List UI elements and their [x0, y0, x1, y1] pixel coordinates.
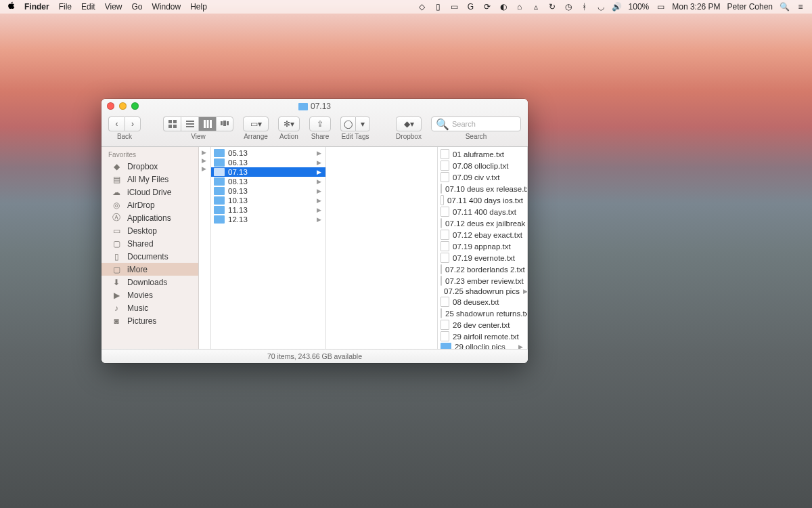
view-icons-button[interactable] — [163, 117, 181, 131]
view-list-button[interactable] — [181, 117, 198, 131]
folder-row[interactable]: 06.13▶ — [211, 158, 325, 167]
sidebar-item-all-my-files[interactable]: ▤All My Files — [102, 173, 198, 186]
edit-tags-dropdown[interactable]: ▾ — [355, 117, 370, 131]
column1-arrow[interactable]: ▶ — [199, 156, 210, 165]
file-row[interactable]: 07.11 400 days.txt — [438, 206, 527, 217]
file-row[interactable]: 07.22 borderlands 2.txt — [438, 263, 527, 275]
folder-icon — [214, 177, 225, 186]
menu-app-name[interactable]: Finder — [24, 2, 49, 12]
file-icon — [441, 161, 449, 171]
column1-arrow[interactable]: ▶ — [199, 148, 210, 156]
volume-icon[interactable]: 🔊 — [612, 2, 622, 12]
file-row[interactable]: 07.11 400 days ios.txt — [438, 194, 527, 206]
menu-edit[interactable]: Edit — [81, 2, 95, 12]
sidebar-item-icloud-drive[interactable]: ☁iCloud Drive — [102, 186, 198, 198]
file-row[interactable]: 26 dev center.txt — [438, 319, 527, 331]
spotlight-icon[interactable]: 🔍 — [780, 2, 789, 12]
menu-file[interactable]: File — [59, 2, 72, 12]
folder-row[interactable]: 09.13▶ — [211, 186, 325, 196]
search-input[interactable] — [452, 120, 516, 128]
calendar-menulet-icon[interactable]: ▯ — [434, 2, 443, 12]
minimize-button[interactable] — [119, 102, 127, 110]
sidebar-item-music[interactable]: ♪Music — [102, 301, 198, 314]
file-row[interactable]: 29 airfoil remote.txt — [438, 331, 527, 342]
edit-tags-button[interactable]: ◯ — [340, 117, 355, 131]
file-row[interactable]: 08 deusex.txt — [438, 296, 527, 308]
view-switcher[interactable] — [163, 117, 233, 131]
zoom-button[interactable] — [131, 102, 139, 110]
file-row[interactable]: 07.10 deus ex release.txt — [438, 183, 527, 194]
folder-row[interactable]: 10.13▶ — [211, 196, 325, 205]
search-field[interactable]: 🔍 — [431, 117, 521, 131]
file-row[interactable]: 25 shadowrun returns.txt — [438, 308, 527, 319]
view-coverflow-button[interactable] — [216, 117, 233, 131]
folder-icon — [214, 149, 225, 157]
folder-row[interactable]: 12.13▶ — [211, 215, 325, 224]
item-name: 25 shadowrun returns.txt — [445, 310, 528, 318]
chevron-right-icon: ▶ — [202, 165, 206, 172]
airplay-icon[interactable]: ▵ — [531, 2, 541, 12]
sync-menulet-icon[interactable]: ⟳ — [482, 2, 492, 12]
battery-icon[interactable]: ▭ — [656, 2, 665, 12]
file-row[interactable]: 01 aluframe.txt — [438, 148, 527, 160]
action-button[interactable]: ✻▾ — [278, 117, 300, 131]
file-row[interactable]: 07.12 deus ex jailbreak fix.txt — [438, 217, 527, 229]
dropbox-menulet-icon[interactable]: ◇ — [418, 2, 427, 12]
close-button[interactable] — [107, 102, 114, 110]
sidebar-item-dropbox[interactable]: ◆Dropbox — [102, 160, 198, 173]
sidebar-item-shared[interactable]: ▢Shared — [102, 237, 198, 250]
sidebar-item-downloads[interactable]: ⬇Downloads — [102, 276, 198, 289]
sidebar-item-desktop[interactable]: ▭Desktop — [102, 224, 198, 237]
file-row[interactable]: 07.09 civ v.txt — [438, 171, 527, 183]
back-button[interactable]: ‹ — [108, 117, 125, 131]
display-menulet-icon[interactable]: ▭ — [450, 2, 459, 12]
item-name: 08 deusex.txt — [453, 298, 499, 306]
creative-cloud-icon[interactable]: ◐ — [499, 2, 508, 12]
file-row[interactable]: 07.12 ebay exact.txt — [438, 229, 527, 240]
file-row[interactable]: 07.19 appnap.txt — [438, 240, 527, 252]
sidebar-item-pictures[interactable]: ◙Pictures — [102, 314, 198, 327]
file-row[interactable]: 07.23 ember review.txt — [438, 275, 527, 287]
file-row[interactable]: 07.19 evernote.txt — [438, 252, 527, 263]
folder-row[interactable]: 05.13▶ — [211, 148, 325, 158]
g-menulet-icon[interactable]: G — [466, 2, 476, 12]
folder-row[interactable]: 07.25 shadowrun pics▶ — [438, 287, 527, 296]
home-menulet-icon[interactable]: ⌂ — [515, 2, 524, 12]
menubar: Finder File Edit View Go Window Help ◇ ▯… — [0, 0, 812, 14]
desktop-icon: ▭ — [111, 226, 122, 236]
sidebar-item-applications[interactable]: ⒶApplications — [102, 211, 198, 224]
chevron-right-icon: ▶ — [317, 207, 321, 213]
sidebar-item-imore[interactable]: ▢iMore — [102, 263, 198, 276]
apple-menu[interactable] — [7, 1, 15, 13]
sidebar-item-movies[interactable]: ▶Movies — [102, 289, 198, 301]
folder-row[interactable]: 08.13▶ — [211, 177, 325, 186]
window-title-text: 07.13 — [311, 102, 331, 111]
titlebar[interactable]: 07.13 — [102, 99, 528, 114]
sidebar-item-documents[interactable]: ▯Documents — [102, 250, 198, 263]
user-name[interactable]: Peter Cohen — [727, 2, 773, 12]
sidebar-item-label: iCloud Drive — [127, 188, 171, 197]
arrange-button[interactable]: ▭▾ — [243, 117, 269, 131]
sidebar-item-airdrop[interactable]: ◎AirDrop — [102, 198, 198, 211]
folder-row[interactable]: 29 olloclip pics▶ — [438, 342, 527, 349]
battery-percent[interactable]: 100% — [629, 2, 650, 12]
time-machine-icon[interactable]: ↻ — [547, 2, 557, 12]
clock-icon[interactable]: ◷ — [564, 2, 573, 12]
folder-row[interactable]: 07.13▶ — [211, 167, 325, 177]
view-columns-button[interactable] — [198, 117, 216, 131]
menu-go[interactable]: Go — [132, 2, 143, 12]
share-button[interactable]: ⇪ — [309, 117, 331, 131]
menu-window[interactable]: Window — [152, 2, 181, 12]
column1-arrow[interactable]: ▶ — [199, 165, 210, 173]
clock-text[interactable]: Mon 3:26 PM — [672, 2, 720, 12]
wifi-icon[interactable]: ◡ — [596, 2, 606, 12]
bluetooth-icon[interactable]: ᚼ — [580, 2, 589, 12]
folder-row[interactable]: 11.13▶ — [211, 205, 325, 215]
file-row[interactable]: 07.08 olloclip.txt — [438, 160, 527, 171]
menu-view[interactable]: View — [105, 2, 122, 12]
forward-button[interactable]: › — [125, 117, 141, 131]
notification-center-icon[interactable]: ≡ — [796, 2, 805, 12]
cloud-icon: ☁ — [111, 188, 122, 197]
dropbox-toolbar-button[interactable]: ◆▾ — [396, 117, 422, 131]
menu-help[interactable]: Help — [190, 2, 207, 12]
